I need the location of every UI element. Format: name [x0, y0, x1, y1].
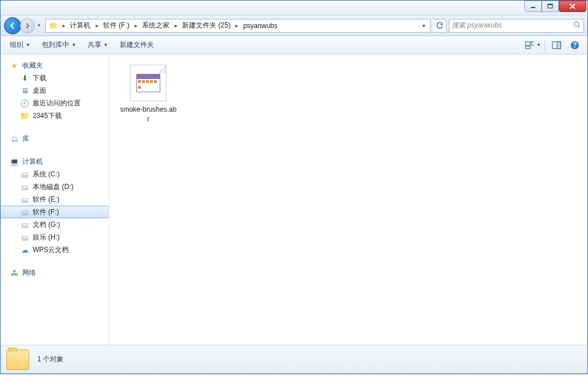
chevron-right-icon[interactable]: ▸: [233, 22, 241, 29]
sidebar: ★收藏夹 ⬇下载 🖥桌面 🕘最近访问的位置 📁2345下载 🗂库 💻计算机 🖴系…: [1, 54, 109, 345]
toolbar: 组织▼ 包到库中▼ 共享▼ 新建文件夹 ▼ ?: [1, 36, 587, 54]
title-bar: [1, 1, 587, 15]
sidebar-item-wps-cloud[interactable]: ☁WPS云文档: [1, 243, 109, 256]
sidebar-item-drive-e[interactable]: 🖴软件 (E:): [1, 193, 109, 206]
breadcrumb-item[interactable]: 新建文件夹 (25): [180, 19, 233, 32]
drive-icon: 🖴: [20, 195, 29, 204]
sidebar-libraries[interactable]: 🗂库: [1, 132, 109, 145]
folder-icon: 📁: [48, 21, 58, 31]
chevron-right-icon[interactable]: ▸: [172, 22, 180, 29]
svg-rect-2: [548, 4, 553, 5]
chevron-right-icon[interactable]: ▸: [132, 22, 140, 29]
sidebar-item-drive-d[interactable]: 🖴本地磁盘 (D:): [1, 180, 109, 193]
sidebar-item-drive-h[interactable]: 🖴娱乐 (H:): [1, 231, 109, 243]
refresh-button[interactable]: [433, 19, 447, 33]
sidebar-item-desktop[interactable]: 🖥桌面: [1, 84, 109, 97]
svg-rect-0: [531, 7, 535, 8]
folder-icon: 📁: [20, 111, 29, 120]
breadcrumb[interactable]: 📁 ▸ 计算机 ▸ 软件 (F:) ▸ 系统之家 ▸ 新建文件夹 (25) ▸ …: [45, 19, 431, 33]
breadcrumb-item[interactable]: 软件 (F:): [101, 19, 132, 32]
status-text: 1 个对象: [37, 355, 64, 364]
new-folder-button[interactable]: 新建文件夹: [115, 38, 159, 52]
svg-point-3: [574, 22, 579, 26]
sidebar-favorites[interactable]: ★收藏夹: [1, 59, 109, 72]
svg-rect-8: [557, 42, 561, 49]
drive-icon: 🖴: [20, 207, 29, 216]
view-options-button[interactable]: ▼: [525, 38, 541, 52]
search-icon: [573, 21, 581, 30]
history-dropdown[interactable]: ▼: [35, 20, 43, 32]
drive-icon: 🖴: [20, 182, 29, 191]
preview-pane-button[interactable]: [548, 38, 565, 52]
library-icon: 🗂: [10, 134, 19, 143]
search-input[interactable]: 搜索 psyanwubs: [449, 19, 584, 33]
drive-icon: 🖴: [20, 170, 29, 179]
sidebar-item-2345[interactable]: 📁2345下载: [1, 109, 109, 122]
include-library-button[interactable]: 包到库中▼: [37, 38, 81, 52]
sidebar-network[interactable]: 🖧网络: [1, 266, 109, 279]
chevron-right-icon[interactable]: ▸: [60, 22, 68, 29]
maximize-button[interactable]: [542, 1, 559, 12]
recent-icon: 🕘: [20, 99, 29, 108]
drive-icon: 🖴: [20, 233, 29, 242]
forward-button[interactable]: [20, 18, 35, 33]
share-button[interactable]: 共享▼: [83, 38, 113, 52]
path-dropdown[interactable]: ▾: [419, 23, 429, 29]
address-bar: ▼ 📁 ▸ 计算机 ▸ 软件 (F:) ▸ 系统之家 ▸ 新建文件夹 (25) …: [1, 15, 587, 36]
sidebar-item-downloads[interactable]: ⬇下载: [1, 72, 109, 84]
drive-icon: 🖴: [20, 220, 29, 229]
breadcrumb-item[interactable]: 系统之家: [140, 19, 172, 32]
file-icon: [130, 65, 167, 101]
file-list[interactable]: smoke-brushes.abr: [109, 54, 587, 345]
star-icon: ★: [10, 61, 19, 70]
sidebar-computer[interactable]: 💻计算机: [1, 155, 109, 168]
download-icon: ⬇: [20, 73, 29, 82]
chevron-right-icon[interactable]: ▸: [93, 22, 101, 29]
minimize-button[interactable]: [524, 1, 542, 12]
file-name: smoke-brushes.abr: [120, 105, 177, 124]
file-item[interactable]: smoke-brushes.abr: [120, 65, 177, 124]
folder-icon: [6, 349, 29, 370]
desktop-icon: 🖥: [20, 86, 29, 95]
breadcrumb-item[interactable]: 计算机: [68, 19, 93, 32]
back-button[interactable]: [4, 17, 21, 34]
svg-rect-5: [531, 42, 534, 45]
search-placeholder: 搜索 psyanwubs: [452, 21, 573, 30]
breadcrumb-item[interactable]: psyanwubs: [241, 19, 280, 32]
organize-button[interactable]: 组织▼: [5, 38, 35, 52]
close-button[interactable]: [559, 1, 586, 12]
computer-icon: 💻: [10, 157, 19, 166]
cloud-icon: ☁: [20, 245, 29, 254]
sidebar-item-recent[interactable]: 🕘最近访问的位置: [1, 97, 109, 109]
help-button[interactable]: ?: [567, 38, 583, 52]
sidebar-item-drive-g[interactable]: 🖴文档 (G:): [1, 218, 109, 231]
svg-rect-6: [526, 46, 530, 49]
status-bar: 1 个对象: [1, 345, 587, 373]
network-icon: 🖧: [10, 268, 19, 277]
svg-rect-4: [526, 42, 530, 45]
sidebar-item-drive-c[interactable]: 🖴系统 (C:): [1, 168, 109, 180]
svg-text:?: ?: [573, 41, 577, 49]
sidebar-item-drive-f[interactable]: 🖴软件 (F:): [1, 206, 109, 218]
